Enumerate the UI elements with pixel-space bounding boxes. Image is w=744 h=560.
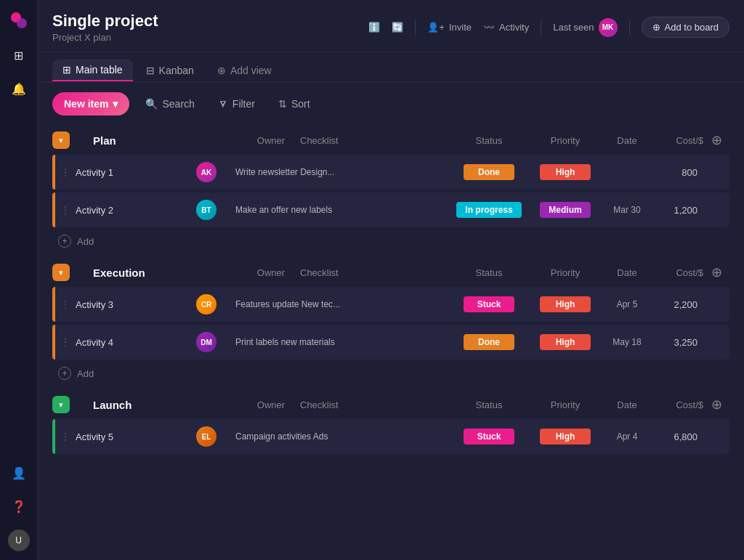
col-header-date-launch: Date — [602, 399, 652, 410]
last-seen-avatar: MK — [599, 18, 618, 37]
sort-icon: ⇅ — [278, 98, 287, 110]
last-seen: Last seen MK — [553, 18, 617, 37]
project-subtitle: Project X plan — [52, 32, 158, 43]
table-row: ⋮ Activity 1 AK Write newsletter Design.… — [52, 155, 729, 190]
drag-handle[interactable]: ⋮ — [55, 336, 76, 348]
project-title: Single project — [52, 12, 158, 31]
add-column-exec[interactable]: ⊕ — [703, 264, 729, 280]
group-launch-label: Launch — [93, 399, 242, 411]
col-header-owner-launch: Owner — [242, 399, 300, 410]
col-header-priority-exec: Priority — [529, 267, 602, 278]
col-header-cost-plan: Cost/$ — [652, 135, 703, 146]
priority-badge: High — [540, 429, 591, 445]
owner-cell: CR — [177, 294, 235, 315]
filter-button[interactable]: ⛛ Filter — [211, 94, 262, 114]
col-header-status-exec: Status — [449, 267, 529, 278]
owner-avatar: AK — [196, 162, 217, 182]
add-to-board-button[interactable]: ⊕ Add to board — [642, 17, 729, 38]
status-cell: Done — [449, 334, 529, 350]
add-column-launch[interactable]: ⊕ — [703, 397, 729, 413]
priority-cell: High — [529, 164, 602, 180]
group-plan-toggle[interactable]: ▾ — [52, 131, 93, 149]
group-execution-label: Execution — [93, 267, 242, 279]
priority-badge: High — [540, 296, 591, 312]
tab-main-table[interactable]: ⊞ Main table — [52, 60, 133, 81]
drag-handle[interactable]: ⋮ — [55, 166, 76, 178]
date-cell: Mar 30 — [602, 205, 652, 215]
invite-icon: 👤+ — [427, 22, 445, 33]
drag-handle[interactable]: ⋮ — [55, 299, 76, 310]
sidebar-icon-user[interactable]: 👤 — [9, 463, 29, 483]
table-row: ⋮ Activity 2 BT Make an offer new labels… — [52, 192, 729, 227]
header-actions: ℹ️ 🔄 👤+ Invite 〰️ Activity Last seen M — [368, 17, 729, 38]
new-item-button[interactable]: New item ▾ — [52, 92, 129, 115]
status-badge: Stuck — [464, 296, 514, 312]
activity-button[interactable]: 〰️ Activity — [483, 22, 529, 33]
refresh-icon: 🔄 — [392, 22, 403, 33]
col-header-status-plan: Status — [449, 135, 529, 146]
plus-icon: ⊕ — [652, 22, 660, 33]
owner-avatar: DM — [196, 332, 217, 352]
col-header-checklist-launch: Checklist — [300, 399, 449, 410]
col-header-priority-launch: Priority — [529, 399, 602, 410]
checklist-cell: Campaign activities Ads — [235, 431, 449, 442]
status-cell: Stuck — [449, 429, 529, 445]
add-row-execution[interactable]: + Add — [52, 362, 729, 384]
add-row-icon: + — [58, 235, 71, 248]
status-badge: Done — [464, 164, 514, 180]
checklist-cell: Write newsletter Design... — [235, 167, 449, 177]
search-icon: 🔍 — [145, 98, 158, 110]
sidebar: ⊞ 🔔 👤 ❓ U — [0, 0, 38, 560]
col-header-status-launch: Status — [449, 399, 529, 410]
owner-cell: EL — [177, 426, 235, 447]
sort-button[interactable]: ⇅ Sort — [271, 94, 318, 114]
app-logo[interactable] — [7, 9, 31, 32]
priority-cell: High — [529, 429, 602, 445]
checklist-cell: Make an offer new labels — [235, 205, 449, 215]
add-row-plan[interactable]: + Add — [52, 230, 729, 252]
checklist-cell: Print labels new materials — [235, 337, 449, 347]
project-info: Single project Project X plan — [52, 12, 158, 43]
add-row-icon: + — [58, 367, 71, 380]
header: Single project Project X plan ℹ️ 🔄 👤+ In… — [38, 0, 744, 52]
header-separator-2 — [541, 20, 541, 35]
drag-handle[interactable]: ⋮ — [55, 204, 76, 216]
search-button[interactable]: 🔍 Search — [138, 94, 201, 114]
add-column-plan[interactable]: ⊕ — [703, 132, 729, 148]
group-plan-chevron: ▾ — [52, 131, 70, 149]
status-cell: Stuck — [449, 296, 529, 312]
toolbar: New item ▾ 🔍 Search ⛛ Filter ⇅ Sort — [38, 82, 744, 126]
dropdown-chevron-icon: ▾ — [113, 98, 118, 110]
group-launch: ▾ Launch Owner Checklist Status Priority… — [52, 390, 729, 454]
tab-kanban[interactable]: ⊟ Kanban — [136, 60, 204, 81]
drag-handle[interactable]: ⋮ — [55, 431, 76, 442]
owner-cell: DM — [177, 332, 235, 352]
sidebar-icon-help[interactable]: ❓ — [9, 496, 29, 516]
date-cell: May 18 — [602, 337, 652, 347]
owner-avatar: EL — [196, 426, 217, 447]
group-launch-toggle[interactable]: ▾ — [52, 396, 93, 413]
filter-icon: ⛛ — [218, 98, 228, 110]
group-launch-chevron: ▾ — [52, 396, 70, 413]
info-button[interactable]: ℹ️ — [368, 22, 380, 33]
table-row: ⋮ Activity 4 DM Print labels new materia… — [52, 325, 729, 360]
sidebar-user-avatar[interactable]: U — [8, 529, 30, 551]
priority-badge: High — [540, 334, 591, 350]
header-separator-3 — [629, 20, 630, 35]
table-area: ▾ Plan Owner Checklist Status Priority D… — [38, 126, 744, 560]
sidebar-icon-bell[interactable]: 🔔 — [9, 78, 29, 99]
activity-name: Activity 1 — [76, 167, 177, 178]
sidebar-icon-grid[interactable]: ⊞ — [9, 45, 29, 65]
cost-cell: 3,250 — [652, 337, 703, 348]
group-plan-header: ▾ Plan Owner Checklist Status Priority D… — [52, 126, 729, 155]
invite-button[interactable]: 👤+ Invite — [427, 22, 472, 33]
priority-badge: High — [540, 164, 591, 180]
header-separator-1 — [415, 20, 416, 35]
group-execution-toggle[interactable]: ▾ — [52, 264, 93, 281]
refresh-button[interactable]: 🔄 — [392, 22, 403, 33]
col-header-date-plan: Date — [602, 135, 652, 146]
add-view-button[interactable]: ⊕ Add view — [207, 60, 282, 81]
add-view-icon: ⊕ — [217, 65, 226, 76]
status-cell: Done — [449, 164, 529, 180]
col-header-cost-exec: Cost/$ — [652, 267, 703, 278]
